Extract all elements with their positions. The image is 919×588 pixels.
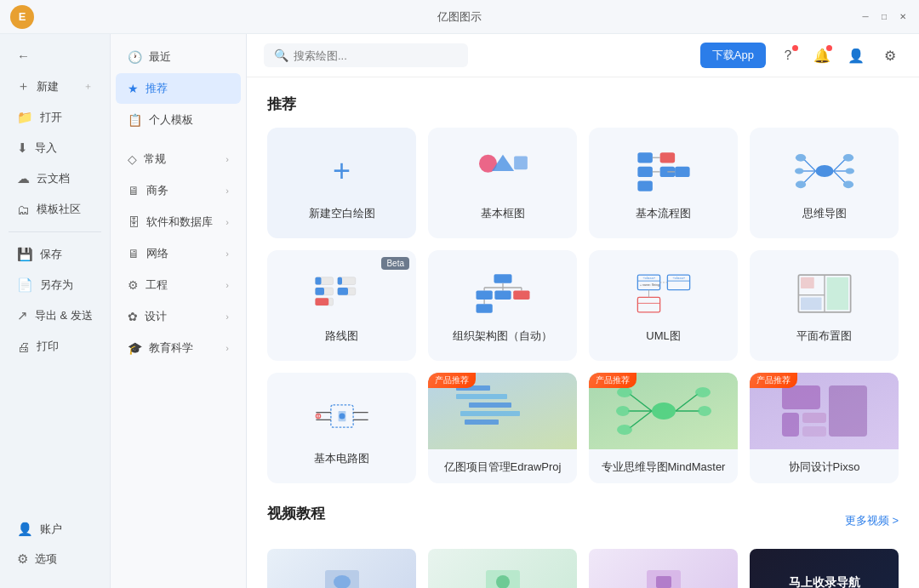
download-app-button[interactable]: 下载App	[700, 43, 766, 68]
notification-button[interactable]: 🔔	[810, 43, 834, 67]
recommend-section-title: 推荐	[267, 94, 899, 114]
sidebar-item-save-as[interactable]: 📄 另存为	[5, 271, 105, 300]
svg-rect-62	[826, 277, 848, 311]
template-card-mindmaster[interactable]: 产品推荐	[589, 373, 738, 483]
nav-item-personal[interactable]: 📋 个人模板	[116, 105, 241, 135]
product-recommend-badge-3: 产品推荐	[750, 373, 797, 388]
minimize-button[interactable]: ─	[859, 11, 871, 23]
product-recommend-badge: 产品推荐	[428, 373, 476, 388]
org-diagram-icon	[473, 268, 533, 319]
sidebar-item-save[interactable]: 💾 保存	[5, 240, 105, 269]
nav-item-software-db[interactable]: 🗄 软件和数据库 ›	[116, 207, 241, 237]
card-label-mindmaster: 专业思维导图MindMaster	[602, 460, 726, 483]
sidebar-item-import[interactable]: ⬇ 导入	[5, 134, 105, 163]
template-card-frame[interactable]: 基本框图	[428, 128, 577, 238]
education-icon: 🎓	[128, 341, 142, 355]
svg-rect-88	[782, 385, 820, 409]
nav-item-recommend[interactable]: ★ 推荐	[116, 73, 241, 104]
svg-rect-43	[513, 291, 529, 300]
svg-rect-7	[659, 152, 675, 163]
template-card-org[interactable]: 组织架构图（自动）	[428, 250, 577, 361]
svg-line-17	[803, 171, 815, 183]
svg-rect-5	[637, 180, 653, 191]
template-card-floorplan[interactable]: 平面布置图	[750, 250, 899, 361]
content-area: 🔍 下载App ？ 🔔 👤 ⚙	[247, 34, 919, 588]
avatar[interactable]: E	[10, 5, 34, 29]
save-as-icon: 📄	[17, 277, 33, 293]
card-label-flow: 基本流程图	[636, 206, 691, 221]
template-card-flow[interactable]: 基本流程图	[589, 128, 738, 238]
save-icon: 💾	[17, 247, 33, 262]
nav-item-design[interactable]: ✿ 设计 ›	[116, 301, 241, 332]
template-card-new[interactable]: + 新建空白绘图	[267, 128, 416, 238]
user-button[interactable]: 👤	[844, 43, 868, 67]
close-button[interactable]: ✕	[897, 11, 909, 23]
nav-item-engineering[interactable]: ⚙ 工程 ›	[116, 270, 241, 300]
sidebar-item-print[interactable]: 🖨 打印	[5, 332, 105, 361]
maximize-button[interactable]: □	[878, 11, 890, 23]
window-controls: ─ □ ✕	[859, 11, 909, 23]
sidebar-item-export[interactable]: ↗ 导出 & 发送	[5, 301, 105, 330]
nav-item-recent[interactable]: 🕐 最近	[116, 42, 241, 72]
bell-badge	[826, 45, 832, 51]
video-card-3[interactable]	[589, 549, 738, 588]
chevron-right-icon: ›	[225, 311, 229, 322]
recent-icon: 🕐	[128, 50, 142, 64]
help-button[interactable]: ？	[776, 43, 800, 67]
svg-line-19	[833, 159, 845, 171]
svg-rect-34	[337, 288, 347, 295]
card-label-floorplan: 平面布置图	[796, 328, 852, 344]
search-icon: 🔍	[274, 49, 288, 62]
template-card-edrawproj[interactable]: 产品推荐 亿图项目管理EdrawProj	[428, 373, 577, 483]
topbar-actions: 下载App ？ 🔔 👤 ⚙	[700, 43, 902, 68]
svg-line-78	[630, 394, 652, 411]
search-box[interactable]: 🔍	[264, 43, 468, 67]
beta-badge: Beta	[381, 257, 409, 270]
more-videos-link[interactable]: 更多视频 >	[845, 513, 899, 528]
video-card-4[interactable]: 马上收录导航	[750, 549, 899, 588]
left-sidebar: ← ＋ 新建 ＋ 📁 打开 ⬇ 导入 ☁ 云文档 🗂 模板社区 💾 保存	[0, 34, 111, 588]
card-label-frame: 基本框图	[481, 206, 525, 221]
template-icon: 🗂	[17, 203, 30, 217]
template-card-route[interactable]: Beta	[267, 250, 416, 361]
template-card-pixso[interactable]: 产品推荐 协同设计Pixso	[750, 373, 899, 483]
video-card-2[interactable]	[428, 549, 577, 588]
notification-badge	[792, 45, 798, 51]
sidebar-item-templates[interactable]: 🗂 模板社区	[5, 195, 105, 224]
card-label-edrawproj: 亿图项目管理EdrawProj	[444, 460, 562, 483]
svg-rect-91	[802, 413, 826, 423]
template-card-uml[interactable]: «class» + name: String «class» UML图	[589, 250, 738, 361]
video-card-1[interactable]	[267, 549, 416, 588]
template-grid: + 新建空白绘图 基本框图	[267, 128, 899, 483]
sidebar-item-new[interactable]: ＋ 新建 ＋	[5, 71, 105, 101]
nav-item-education[interactable]: 🎓 教育科学 ›	[116, 333, 241, 363]
svg-point-20	[842, 154, 853, 162]
nav-item-network[interactable]: 🖥 网络 ›	[116, 238, 241, 269]
nav-item-regular[interactable]: ◇ 常规 ›	[116, 144, 241, 174]
folder-icon: 📁	[17, 110, 33, 125]
nav-item-business[interactable]: 🖥 商务 ›	[116, 175, 241, 206]
sidebar-item-back[interactable]: ←	[5, 42, 105, 70]
chevron-right-icon: ›	[225, 280, 229, 290]
svg-point-83	[617, 425, 632, 435]
video-thumbnail-3	[642, 566, 685, 588]
video-grid: 马上收录导航	[267, 549, 899, 588]
svg-rect-98	[656, 576, 671, 588]
mindmap-diagram-icon	[795, 146, 854, 197]
svg-line-13	[803, 159, 815, 171]
sidebar-divider	[9, 231, 101, 232]
template-card-mindmap[interactable]: 思维导图	[750, 128, 899, 238]
search-input[interactable]	[294, 49, 458, 62]
sidebar-item-cloud[interactable]: ☁ 云文档	[5, 164, 105, 193]
sidebar-item-account[interactable]: 👤 账户	[5, 515, 105, 544]
sidebar-item-settings[interactable]: ⚙ 选项	[5, 545, 105, 574]
svg-rect-26	[315, 277, 321, 285]
card-label-uml: UML图	[646, 328, 680, 344]
svg-rect-74	[469, 402, 511, 408]
sidebar-item-open[interactable]: 📁 打开	[5, 103, 105, 132]
svg-rect-30	[315, 298, 328, 305]
template-card-circuit[interactable]: 基本电路图	[267, 373, 416, 483]
gear-button[interactable]: ⚙	[878, 43, 902, 67]
design-icon: ✿	[128, 310, 138, 323]
promo-text: 马上收录导航	[789, 575, 860, 588]
